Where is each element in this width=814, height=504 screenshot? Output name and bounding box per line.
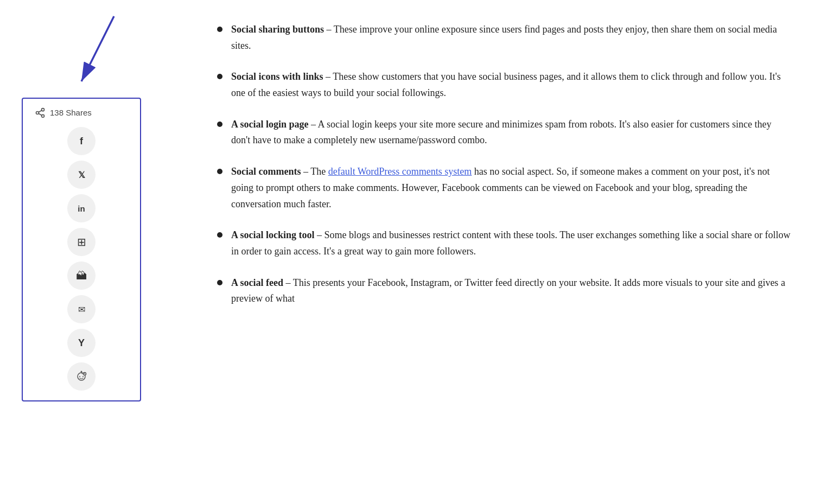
list-item-text: Social sharing buttons – These improve y… bbox=[231, 22, 792, 54]
email-icon: ✉ bbox=[78, 304, 85, 315]
yummly-icon: Y bbox=[78, 337, 85, 349]
list-item-text: Social comments – The default WordPress … bbox=[231, 164, 792, 212]
left-column: 138 Shares f 𝕏 in ⊞ 🏔 ✉ Y bbox=[22, 16, 185, 488]
list-item: Social sharing buttons – These improve y… bbox=[217, 22, 792, 54]
yummly-share-button[interactable]: Y bbox=[67, 329, 96, 357]
list-item-bold: A social locking tool bbox=[231, 229, 315, 240]
twitter-icon: 𝕏 bbox=[78, 170, 85, 180]
bullet-dot bbox=[217, 27, 222, 32]
list-item: A social login page – A social login kee… bbox=[217, 117, 792, 149]
instagram-icon: 🏔 bbox=[76, 270, 87, 282]
wordpress-comments-link[interactable]: default WordPress comments system bbox=[328, 166, 472, 177]
list-item-bold: Social comments bbox=[231, 166, 301, 177]
linkedin-share-button[interactable]: in bbox=[67, 194, 96, 222]
facebook-icon: f bbox=[80, 136, 83, 147]
bullet-dot bbox=[217, 74, 222, 79]
list-item: Social icons with links – These show cus… bbox=[217, 69, 792, 101]
right-column: Social sharing buttons – These improve y… bbox=[185, 16, 792, 488]
list-item-text: A social locking tool – Some blogs and b… bbox=[231, 227, 792, 259]
social-buttons-container: f 𝕏 in ⊞ 🏔 ✉ Y bbox=[33, 127, 130, 391]
instagram-share-button[interactable]: 🏔 bbox=[67, 261, 96, 290]
svg-point-12 bbox=[84, 372, 86, 375]
reddit-icon bbox=[75, 369, 88, 384]
list-item-bold: A social login page bbox=[231, 119, 309, 130]
svg-point-8 bbox=[79, 376, 80, 377]
share-count-text: 138 Shares bbox=[50, 106, 92, 119]
facebook-share-button[interactable]: f bbox=[67, 127, 96, 155]
list-item-text: A social login page – A social login kee… bbox=[231, 117, 792, 149]
svg-line-5 bbox=[39, 113, 42, 115]
bullet-dot bbox=[217, 122, 222, 127]
bullet-dot bbox=[217, 280, 222, 285]
list-item: A social feed – This presents your Faceb… bbox=[217, 275, 792, 307]
list-item-text: Social icons with links – These show cus… bbox=[231, 69, 792, 101]
share-widget: 138 Shares f 𝕏 in ⊞ 🏔 ✉ Y bbox=[22, 98, 141, 401]
share-count-row: 138 Shares bbox=[33, 106, 130, 119]
svg-point-10 bbox=[81, 371, 82, 372]
list-item: A social locking tool – Some blogs and b… bbox=[217, 227, 792, 259]
list-item-bold: Social icons with links bbox=[231, 71, 323, 82]
buffer-share-button[interactable]: ⊞ bbox=[67, 228, 96, 256]
bullet-dot bbox=[217, 232, 222, 238]
reddit-share-button[interactable] bbox=[67, 362, 96, 391]
list-item-bold: Social sharing buttons bbox=[231, 24, 324, 35]
list-item-text: A social feed – This presents your Faceb… bbox=[231, 275, 792, 307]
list-item-bold: A social feed bbox=[231, 277, 283, 288]
svg-point-9 bbox=[82, 376, 84, 377]
svg-line-1 bbox=[81, 16, 114, 81]
email-share-button[interactable]: ✉ bbox=[67, 295, 96, 323]
svg-line-6 bbox=[39, 110, 42, 112]
buffer-icon: ⊞ bbox=[77, 235, 86, 248]
arrow-annotation bbox=[65, 11, 130, 98]
linkedin-icon: in bbox=[78, 204, 85, 213]
content-list: Social sharing buttons – These improve y… bbox=[217, 22, 792, 307]
twitter-share-button[interactable]: 𝕏 bbox=[67, 161, 96, 189]
bullet-dot bbox=[217, 169, 222, 174]
list-item: Social comments – The default WordPress … bbox=[217, 164, 792, 212]
share-icon bbox=[35, 107, 46, 118]
